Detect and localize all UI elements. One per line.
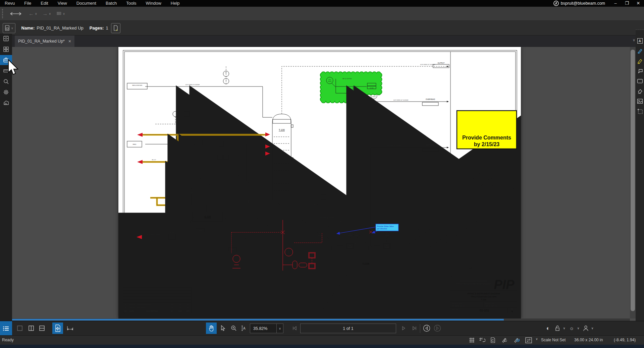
last-page-button[interactable] — [411, 324, 419, 333]
sidebar-item-studio[interactable] — [0, 98, 12, 108]
full-screen-page-button[interactable] — [52, 323, 63, 334]
bluebeam-logo-icon — [553, 1, 559, 6]
cloud-tool-button[interactable] — [636, 76, 644, 86]
snapshot-tool-button[interactable] — [636, 106, 644, 116]
scale-status[interactable]: Scale Not Set — [541, 338, 566, 342]
sidebar-item-tool-chest[interactable] — [0, 55, 12, 65]
profile-dropdown-icon[interactable]: ∨ — [590, 324, 595, 333]
menu-help[interactable]: Help — [166, 0, 184, 7]
sidebar-item-measurements[interactable] — [0, 66, 12, 76]
lock-dropdown-icon[interactable]: ∨ — [561, 324, 567, 333]
profile-button[interactable] — [582, 324, 590, 333]
sync-pen-icon[interactable] — [514, 337, 520, 344]
brightness-dropdown-icon[interactable]: ∨ — [576, 324, 581, 333]
account-email[interactable]: bspruit@bluebeam.com — [561, 1, 605, 6]
menu-tools[interactable]: Tools — [121, 0, 141, 7]
markup-list-icon — [3, 326, 9, 331]
collapse-panel-icon[interactable]: ∨ — [633, 38, 635, 42]
grid-tool-icon[interactable]: ∨ — [56, 11, 65, 16]
first-page-button[interactable] — [290, 324, 299, 333]
svg-text:APD: APD — [186, 310, 190, 312]
dark-mode-toggle[interactable]: ◐ — [543, 324, 553, 333]
menu-view[interactable]: View — [53, 0, 72, 7]
snap-toggle-icon[interactable] — [479, 337, 485, 344]
document-menu-button[interactable]: ∨ — [3, 23, 15, 33]
markup-list-button[interactable] — [0, 321, 12, 336]
horizontal-scrollbar-thumb[interactable] — [12, 319, 504, 321]
svg-text:5'-0" MIN: 5'-0" MIN — [248, 199, 250, 205]
tab-close-icon[interactable]: × — [68, 39, 71, 44]
next-page-button[interactable] — [400, 324, 408, 333]
menu-window[interactable]: Window — [141, 0, 166, 7]
swap-mode-icon[interactable] — [525, 337, 532, 344]
horizontal-scrollbar[interactable] — [12, 318, 630, 321]
sidebar-item-search[interactable] — [0, 76, 12, 86]
zoom-level-select[interactable]: 35.82% ∨ — [250, 324, 283, 333]
svg-text:DESCRIPTION: DESCRIPTION — [146, 310, 158, 312]
fit-width-icon[interactable] — [8, 11, 23, 16]
zoom-dropdown-icon[interactable]: ∨ — [276, 324, 283, 333]
dimension-icon — [67, 326, 73, 331]
sticky-note-markup[interactable]: Provide Comments by 2/15/23 — [457, 111, 517, 149]
document-tabbar: PID_01_RA_Marked Up* × ∨ — [12, 36, 644, 47]
svg-text:PSV: PSV — [328, 79, 331, 80]
page-indicator-field[interactable]: 1 of 1 — [300, 324, 396, 333]
next-view-button[interactable] — [433, 324, 442, 333]
svg-text:REV: REV — [511, 308, 514, 310]
grid-toggle-icon[interactable] — [469, 337, 475, 344]
status-bar: Ready ∨ Scale Not Set 36.00 x 24.00 in (… — [0, 335, 644, 345]
select-text-button[interactable]: A — [239, 324, 248, 333]
lock-button[interactable] — [553, 324, 561, 333]
redo-icon[interactable]: →∨ — [43, 11, 51, 17]
cursor-coordinates: (-8.49, 1.94) — [614, 338, 636, 342]
pen-tool-button[interactable] — [636, 46, 644, 56]
sidebar-item-file-access[interactable] — [0, 34, 12, 44]
sidebar-item-settings[interactable] — [0, 87, 12, 97]
svg-text:PIPING AND INSTRUMENTATION DIA: PIPING AND INSTRUMENTATION DIAGRAM — [456, 283, 490, 285]
svg-text:OVERHEAD: OVERHEAD — [426, 98, 435, 100]
toolbar-drag-handle[interactable] — [2, 9, 3, 18]
single-pane-button[interactable] — [15, 324, 24, 333]
dimension-mode-button[interactable] — [66, 324, 74, 333]
text-tool-button[interactable]: A — [636, 36, 644, 46]
document-canvas[interactable]: PT TI OUTPUT 01-P-XXXX-12"-IC01509 TI X0… — [12, 47, 630, 318]
split-vertical-button[interactable] — [27, 324, 36, 333]
pen-icon — [637, 48, 643, 54]
minimize-button[interactable]: – — [610, 0, 621, 7]
menu-revu[interactable]: Revu — [0, 0, 19, 7]
menu-edit[interactable]: Edit — [36, 0, 53, 7]
menu-document[interactable]: Document — [72, 0, 101, 7]
callout-tool-button[interactable] — [636, 66, 644, 76]
brightness-button[interactable]: ☼ — [568, 324, 576, 333]
image-tool-button[interactable] — [636, 96, 644, 106]
eraser-tool-button[interactable] — [636, 86, 644, 96]
svg-text:LBJ: LBJ — [179, 307, 181, 308]
vertical-scrollbar[interactable] — [630, 47, 636, 318]
restore-button[interactable]: ❐ — [621, 0, 633, 7]
tab-pid01-ra-marked-up[interactable]: PID_01_RA_Marked Up* × — [15, 36, 74, 47]
select-tool-button[interactable] — [219, 324, 227, 333]
pen-mode-icon[interactable] — [502, 337, 508, 344]
pdf-page[interactable]: PT TI OUTPUT 01-P-XXXX-12"-IC01509 TI X0… — [118, 47, 521, 318]
highlighter-tool-button[interactable] — [636, 56, 644, 66]
menu-file[interactable]: File — [19, 0, 36, 7]
svg-text:01-SC-XXXX-3"-IC01502: 01-SC-XXXX-3"-IC01502 — [147, 234, 160, 235]
close-button[interactable]: ✕ — [633, 0, 644, 7]
sidebar-item-thumbnails[interactable] — [0, 44, 12, 54]
reuse-markup-icon[interactable] — [490, 337, 495, 344]
svg-text:SET @ 120 PSIG: SET @ 120 PSIG — [342, 78, 352, 79]
svg-text:UPDATED WITH REVISIONS: UPDATED WITH REVISIONS — [137, 304, 151, 305]
cloud-icon — [637, 78, 643, 84]
svg-text:DATE: DATE — [129, 310, 134, 312]
split-horizontal-button[interactable] — [38, 324, 46, 333]
highlighter-icon — [637, 58, 643, 64]
previous-view-button[interactable] — [422, 324, 431, 333]
pan-tool-button[interactable] — [206, 323, 217, 334]
menu-batch[interactable]: Batch — [101, 0, 121, 7]
scale-dropdown-icon[interactable]: ∨ — [536, 337, 538, 341]
zoom-tool-button[interactable] — [229, 324, 238, 333]
undo-icon[interactable]: ←∨ — [29, 11, 37, 17]
svg-text:LBJ: LBJ — [179, 304, 181, 305]
vertical-scrollbar-thumb[interactable] — [631, 50, 635, 311]
insert-page-button[interactable] — [111, 23, 120, 33]
